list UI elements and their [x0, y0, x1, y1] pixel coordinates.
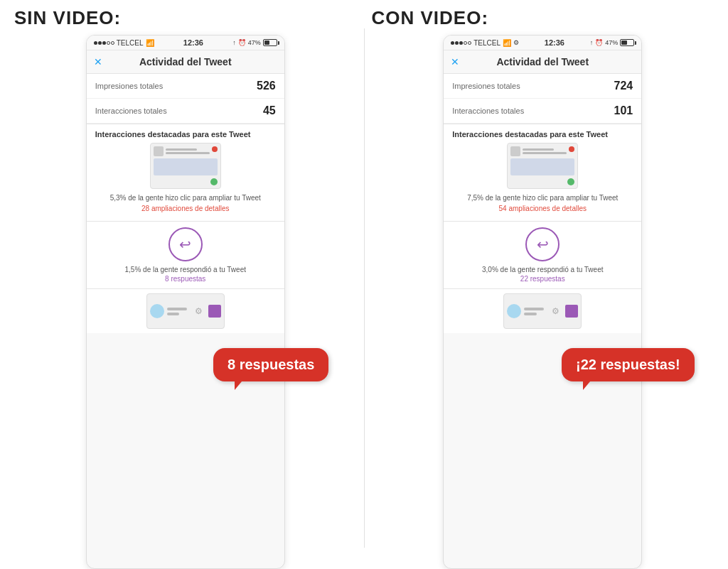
right-preview-line-1	[523, 148, 554, 151]
right-close-button[interactable]: ✕	[451, 56, 459, 67]
left-battery-fill	[264, 40, 270, 45]
right-battery-pct: 47%	[605, 39, 618, 46]
signal-dot-4	[107, 41, 110, 45]
left-interaction-link[interactable]: 28 ampliaciones de detalles	[95, 205, 276, 212]
right-preview-bottom-icon	[567, 178, 574, 185]
right-impressions-label: Impresiones totales	[452, 82, 520, 90]
left-rt-avatar	[150, 304, 164, 318]
left-preview-image	[154, 158, 218, 175]
left-impressions-row: Impresiones totales 526	[87, 74, 284, 99]
left-rt-gear-icon: ⚙	[195, 306, 203, 316]
signal-dot-2	[98, 41, 102, 45]
right-signal-dot-4	[464, 41, 467, 45]
right-signal-dot-2	[455, 41, 459, 45]
right-tweet-header: ✕ Actividad del Tweet	[444, 50, 641, 74]
left-rt-line-2	[167, 313, 180, 315]
left-stats-section: Impresiones totales 526 Interacciones to…	[87, 74, 284, 124]
left-title: SIN VIDEO:	[7, 7, 364, 29]
left-interactions-row: Interacciones totales 45	[87, 99, 284, 124]
left-reply-link[interactable]: 8 respuestas	[165, 275, 205, 283]
right-header-title: Actividad del Tweet	[496, 56, 589, 67]
left-tweet-header: ✕ Actividad del Tweet	[87, 50, 284, 74]
right-alarm-icon: ⏰	[595, 39, 603, 46]
left-alarm-icon: ⏰	[238, 39, 246, 46]
left-wifi-icon: 📶	[146, 39, 154, 47]
left-close-button[interactable]: ✕	[94, 56, 102, 67]
right-signal-dot-3	[459, 41, 463, 45]
left-retweet-preview: ⚙	[146, 293, 225, 329]
right-time: 12:36	[545, 38, 564, 47]
right-reply-arrow-icon: ↩	[537, 236, 549, 253]
left-interaction-text: 5,3% de la gente hizo clic para ampliar …	[95, 193, 276, 202]
left-impressions-label: Impresiones totales	[95, 82, 163, 90]
right-preview-image	[510, 158, 574, 175]
left-preview-line-2	[166, 152, 210, 154]
right-status-bar: TELCEL 📶 ⚙ 12:36 ↑ ⏰ 47%	[444, 36, 641, 50]
left-featured-section: Interacciones destacadas para este Tweet…	[87, 124, 284, 222]
signal-dot-3	[102, 41, 106, 45]
left-interactions-value: 45	[263, 104, 276, 117]
left-location-icon: ↑	[232, 39, 236, 46]
right-rt-avatar	[507, 304, 521, 318]
right-interactions-label: Interacciones totales	[452, 107, 524, 115]
left-impressions-value: 526	[257, 80, 276, 92]
right-interactions-value: 101	[614, 104, 633, 117]
right-rt-tag	[565, 305, 578, 318]
right-carrier: TELCEL	[473, 39, 500, 47]
signal-dot-5	[111, 41, 114, 45]
right-title: CON VIDEO:	[365, 7, 722, 29]
left-reply-icon-circle: ↩	[168, 227, 203, 261]
right-stats-section: Impresiones totales 724 Interacciones to…	[444, 74, 641, 124]
left-reply-arrow-icon: ↩	[179, 236, 191, 253]
right-preview-line-2	[523, 152, 567, 154]
right-interaction-link[interactable]: 54 ampliaciones de detalles	[452, 205, 633, 212]
right-settings-icon: ⚙	[513, 39, 519, 46]
right-retweet-section: ⚙	[444, 289, 641, 333]
left-reply-text: 1,5% de la gente respondió a tu Tweet	[125, 266, 247, 273]
signal-dot-1	[94, 41, 97, 45]
right-impressions-row: Impresiones totales 724	[444, 74, 641, 99]
right-battery-fill	[621, 40, 627, 45]
right-interaction-text: 7,5% de la gente hizo clic para ampliar …	[452, 193, 633, 202]
left-featured-title: Interacciones destacadas para este Tweet	[95, 130, 276, 139]
right-battery-icon	[620, 39, 634, 46]
right-red-bubble: ¡22 respuestas!	[562, 348, 695, 381]
right-preview-avatar	[510, 146, 520, 156]
left-status-bar: TELCEL 📶 12:36 ↑ ⏰ 47%	[87, 36, 284, 50]
right-rt-line-1	[524, 308, 544, 310]
left-battery-pct: 47%	[248, 39, 261, 46]
left-phone: TELCEL 📶 12:36 ↑ ⏰ 47% ✕ Actividad del T…	[86, 35, 285, 569]
left-red-bubble: 8 respuestas	[213, 348, 328, 381]
left-rt-line-1	[167, 308, 187, 310]
right-signal-dot-5	[468, 41, 471, 45]
left-preview-avatar	[154, 146, 164, 156]
right-rt-gear-icon: ⚙	[552, 306, 560, 316]
left-tweet-preview	[150, 143, 221, 189]
right-featured-section: Interacciones destacadas para este Tweet…	[444, 124, 641, 222]
right-interactions-row: Interacciones totales 101	[444, 99, 641, 124]
right-reply-section: ↩ 3,0% de la gente respondió a tu Tweet …	[444, 222, 641, 289]
left-preview-line-1	[166, 148, 197, 151]
left-column: SIN VIDEO: TELCEL 📶 12:36 ↑	[7, 7, 364, 569]
left-battery-icon	[263, 39, 277, 46]
right-tweet-preview	[507, 143, 578, 189]
right-reply-text: 3,0% de la gente respondió a tu Tweet	[482, 266, 604, 273]
right-column: CON VIDEO: TELCEL 📶 ⚙ 12:36	[365, 7, 722, 569]
left-rt-tag	[208, 305, 221, 318]
left-carrier: TELCEL	[117, 39, 144, 47]
right-impressions-value: 724	[614, 80, 633, 92]
right-wifi-icon: 📶	[503, 39, 511, 47]
left-retweet-section: ⚙	[87, 289, 284, 333]
right-retweet-preview: ⚙	[503, 293, 582, 329]
right-phone: TELCEL 📶 ⚙ 12:36 ↑ ⏰ 47% ✕ Actividad del	[443, 35, 642, 569]
right-location-icon: ↑	[590, 39, 594, 46]
right-reply-icon-circle: ↩	[525, 227, 560, 261]
left-reply-section: ↩ 1,5% de la gente respondió a tu Tweet …	[87, 222, 284, 289]
left-time: 12:36	[183, 38, 203, 47]
left-interactions-label: Interacciones totales	[95, 107, 167, 115]
right-reply-link[interactable]: 22 respuestas	[520, 275, 565, 283]
left-header-title: Actividad del Tweet	[139, 56, 232, 67]
right-rt-line-2	[524, 313, 537, 315]
right-featured-title: Interacciones destacadas para este Tweet	[452, 130, 633, 139]
left-preview-badge	[212, 146, 218, 152]
